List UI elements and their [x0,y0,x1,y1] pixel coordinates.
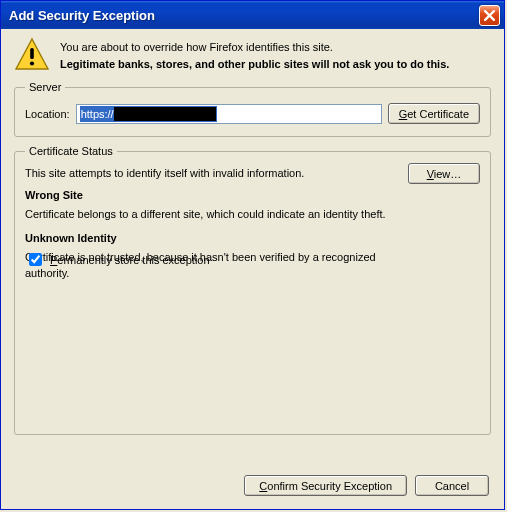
location-label: Location: [25,108,70,120]
wrong-site-body: Certificate belongs to a different site,… [25,207,392,222]
svg-rect-1 [30,48,34,59]
dialog-buttons: Confirm Security Exception Cancel [244,475,489,496]
dialog-window: Add Security Exception You are about to … [0,0,505,510]
certificate-status-fieldset: Certificate Status View… This site attem… [14,145,491,435]
intro-line1: You are about to override how Firefox id… [60,39,449,56]
server-legend: Server [25,81,65,93]
get-certificate-button[interactable]: Get Certificate [388,103,480,124]
window-title: Add Security Exception [9,8,479,23]
intro-block: You are about to override how Firefox id… [14,37,491,73]
intro-text: You are about to override how Firefox id… [60,37,449,73]
server-fieldset: Server Location: https:// Get Certificat… [14,81,491,137]
dialog-content: You are about to override how Firefox id… [4,29,501,506]
warning-icon [14,37,50,73]
confirm-button[interactable]: Confirm Security Exception [244,475,407,496]
close-icon [484,10,495,21]
permanent-checkbox[interactable] [29,253,42,266]
unknown-identity-heading: Unknown Identity [25,232,392,244]
cancel-button[interactable]: Cancel [415,475,489,496]
intro-line2: Legitimate banks, stores, and other publ… [60,56,449,73]
permanent-row: Permanently store this exception [25,250,210,269]
cert-status-desc: This site attempts to identify itself wi… [25,167,392,179]
wrong-site-heading: Wrong Site [25,189,392,201]
location-value-visible: https:// [80,106,217,122]
titlebar[interactable]: Add Security Exception [1,1,504,29]
permanent-label[interactable]: Permanently store this exception [50,254,210,266]
location-input[interactable]: https:// [76,104,382,124]
view-button[interactable]: View… [408,163,480,184]
cert-status-legend: Certificate Status [25,145,117,157]
svg-point-2 [30,61,34,65]
close-button[interactable] [479,5,500,26]
location-value-redacted [114,107,216,121]
get-cert-rest: et Certificate [407,108,469,120]
